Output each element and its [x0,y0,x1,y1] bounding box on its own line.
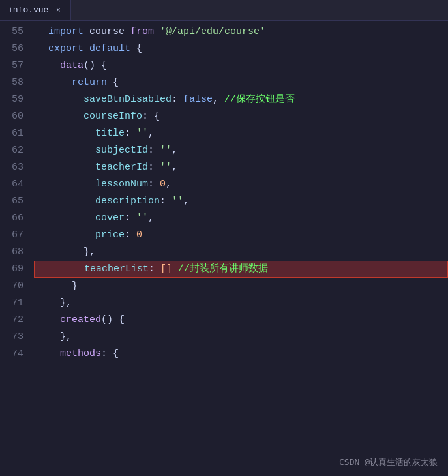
token-prop: title [37,125,125,142]
token-str: '' [136,125,148,142]
token-fn: methods [37,346,101,363]
token-punct: }, [37,295,72,312]
line-number: 67 [5,227,23,244]
token-kw: export [37,40,89,57]
watermark: CSDN @认真生活的灰太狼 [339,456,438,468]
token-punct: : [148,142,160,159]
line-number: 71 [5,295,23,312]
code-line: teacherId: '', [34,159,448,176]
code-line: } [34,278,448,295]
line-number: 58 [5,74,23,91]
token-punct: : [148,176,160,193]
token-kw: default [89,40,136,57]
token-import-name: course [89,23,130,40]
token-prop: description [37,193,160,210]
token-str: '' [136,210,148,227]
line-number: 55 [5,23,23,40]
token-punct: : [149,261,160,278]
line-number: 62 [5,142,23,159]
token-str: '' [160,142,172,159]
token-punct: { [113,74,119,91]
line-number: 56 [5,40,23,57]
token-fn: created [37,312,101,329]
line-number: 61 [5,125,23,142]
token-prop: cover [37,210,125,227]
token-comment: //封装所有讲师数据 [172,261,268,278]
token-punct: , [213,91,218,108]
tab-info-vue[interactable]: info.vue × [0,0,71,20]
token-prop: subjectId [37,142,148,159]
code-line: courseInfo: { [34,108,448,125]
token-punct: : [125,210,136,227]
tab-close-button[interactable]: × [53,6,63,15]
code-line: price: 0 [34,227,448,244]
line-number: 57 [5,57,23,74]
token-punct: () { [83,57,107,74]
token-from-kw: from [130,23,160,40]
token-prop: courseInfo [37,108,142,125]
line-number: 60 [5,108,23,125]
line-number: 72 [5,312,23,329]
line-number: 66 [5,210,23,227]
code-line: export default { [34,40,448,57]
code-line: lessonNum: 0, [34,176,448,193]
code-line: description: '', [34,193,448,210]
token-arr: [] [160,261,172,278]
code-line: return { [34,74,448,91]
token-punct: : { [101,346,119,363]
token-punct: }, [37,244,95,261]
code-line: created() { [34,312,448,329]
token-kw: false [183,91,213,108]
token-fn: data [37,57,83,74]
code-line: cover: '', [34,210,448,227]
token-punct: , [148,210,154,227]
line-number: 64 [5,176,23,193]
token-str: '' [160,159,172,176]
tab-bar: info.vue × [0,0,448,21]
token-punct: : [125,125,136,142]
token-comment: //保存按钮是否 [218,91,295,108]
token-punct: : [125,227,136,244]
code-line: methods: { [34,346,448,363]
line-number: 69 [5,261,23,278]
token-punct: , [172,159,177,176]
line-number: 70 [5,278,23,295]
token-kw: import [37,23,89,40]
line-number: 59 [5,91,23,108]
code-line: import course from '@/api/edu/course' [34,23,448,40]
token-punct: () { [101,312,125,329]
code-line: }, [34,329,448,346]
code-line: }, [34,244,448,261]
line-number: 74 [5,346,23,363]
token-punct: , [172,142,177,159]
token-punct: } [37,278,78,295]
token-punct: , [148,125,154,142]
code-line: subjectId: '', [34,142,448,159]
token-prop: teacherList [37,261,149,278]
token-punct: { [136,40,142,57]
code-line: saveBtnDisabled: false, //保存按钮是否 [34,91,448,108]
token-punct: : [160,193,172,210]
line-numbers: 5556575859606162636465666768697071727374 [0,21,34,476]
token-num: 0 [136,227,142,244]
token-punct: : { [142,108,160,125]
code-editor: 5556575859606162636465666768697071727374… [0,21,448,476]
token-prop: saveBtnDisabled [37,91,172,108]
token-punct: }, [37,329,72,346]
token-prop: lessonNum [37,176,148,193]
token-str: '' [172,193,183,210]
code-content: import course from '@/api/edu/course' ex… [34,21,448,476]
line-number: 73 [5,329,23,346]
token-prop: teacherId [37,159,148,176]
token-punct: , [166,176,172,193]
token-num: 0 [160,176,166,193]
token-punct: , [183,193,189,210]
token-prop: price [37,227,125,244]
token-punct: : [172,91,183,108]
code-line: title: '', [34,125,448,142]
line-number: 63 [5,159,23,176]
line-number: 65 [5,193,23,210]
token-kw: return [37,74,113,91]
token-punct: : [148,159,160,176]
code-line: teacherList: [] //封装所有讲师数据 [34,261,448,278]
